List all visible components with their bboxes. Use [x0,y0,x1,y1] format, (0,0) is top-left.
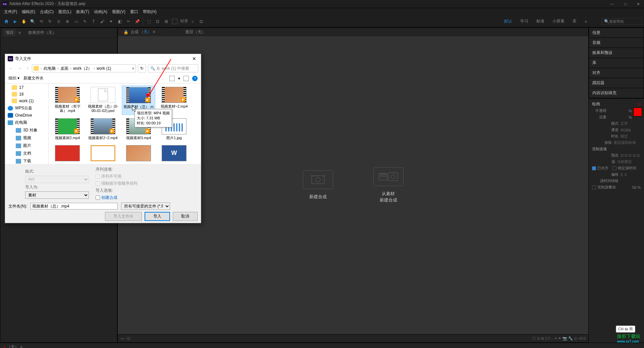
crumb-work2[interactable]: work（2） [73,66,92,71]
workspace-library[interactable]: 库 [573,18,577,24]
file-item[interactable] [51,144,84,164]
sidebar-item[interactable]: 下载 [5,157,48,164]
comp-tab-label[interactable]: 合成 （无） ≡ [130,29,155,35]
from-footage-card[interactable]: 从素材新建合成 [373,167,404,203]
extra-tool-3[interactable]: ⊞ [162,17,171,26]
roto-tool[interactable]: ✂ [124,17,133,26]
extra-tool-2[interactable]: ⊡ [153,17,162,26]
clonediff-checkbox[interactable] [592,185,596,189]
project-tab[interactable]: 项目 [3,29,16,36]
workspace-standard[interactable]: 标准 [536,18,544,24]
cancel-button[interactable]: 取消 [173,212,198,221]
panel-info[interactable]: 信息 [589,28,644,38]
sidebar-item[interactable]: OneDrive [5,112,48,119]
timeline-tab[interactable]: （无） [7,344,19,348]
dialog-search[interactable]: 🔍 在 work (1) 中搜索 [148,64,198,72]
sidebar-item[interactable]: 图片 [5,142,48,150]
menu-edit[interactable]: 编辑(E) [20,8,37,15]
maximize-button[interactable]: □ [622,2,629,6]
panel-audio[interactable]: 音频 [589,38,644,48]
mode-value[interactable]: 正常 [621,121,641,126]
locksrc-checkbox[interactable] [612,166,616,170]
extra-tool-1[interactable]: ⬚ [145,17,153,26]
erase-value[interactable]: 图层源和绘画 [614,140,641,145]
panel-effects[interactable]: 效果和预设 [589,48,644,58]
nav-up[interactable]: ↑ [25,65,30,71]
selection-tool[interactable]: ▶ [11,17,19,26]
paint-title[interactable]: 绘画 [592,101,600,107]
file-list[interactable]: 项目类型: MP4 视频 大小: 7.31 MB 时长: 00:00:19 视频… [49,83,201,164]
panel-content-aware[interactable]: 内容识别填充 [589,88,644,98]
dialog-close-button[interactable]: ✕ [190,56,198,61]
minimize-button[interactable]: — [608,2,616,6]
nav-forward[interactable]: → [16,65,23,71]
color-swatch[interactable] [633,108,642,116]
snap-edge-icon[interactable]: ⊡ [197,17,206,26]
file-item[interactable]: 视频素材2.mp4 [51,117,84,141]
import-as-select[interactable]: 素材 [25,191,89,199]
lock-icon[interactable]: 🔒 [123,30,128,35]
new-folder-button[interactable]: 新建文件夹 [23,75,44,81]
workspace-default[interactable]: 默认 [504,18,512,24]
sidebar-item[interactable]: 此电脑 [5,119,48,126]
snap-checkbox[interactable] [172,19,177,24]
sidebar-item[interactable]: 3D 对象 [5,126,48,134]
source-value[interactable]: 当前图层 [617,159,641,164]
menu-file[interactable]: 文件(F) [2,8,19,15]
import-button[interactable]: 导入 [145,212,170,221]
filename-input[interactable] [31,203,118,210]
menu-animation[interactable]: 动画(A) [92,8,109,15]
file-filter-select[interactable]: 所有可接受的文件 (*.fla;*.prpr [121,202,170,210]
comp-zoom[interactable]: ▭ ▫ ⊡ [120,336,130,341]
help-search-input[interactable] [609,19,639,23]
workspace-small[interactable]: 小屏幕 [552,18,565,24]
sidebar-item[interactable]: WPS云盘 [5,104,48,112]
brush-tool[interactable]: 🖌 [98,17,107,26]
sidebar-item[interactable]: 视频 [5,134,48,142]
workspace-learn[interactable]: 学习 [520,18,528,24]
preview-icon[interactable] [183,76,189,81]
project-tab-menu[interactable]: ≡ [18,31,21,35]
sidebar-item[interactable]: 文档 [5,150,48,157]
sidebar-item[interactable]: work (1) [5,98,48,104]
text-tool[interactable]: T [89,17,98,26]
file-item[interactable]: W [157,144,191,164]
close-button[interactable]: ✕ [635,2,642,6]
offset-value[interactable]: 0, 0 [621,173,641,177]
file-item[interactable]: 视频素材2~2.mp4 [86,117,120,141]
import-folder-button[interactable]: 导入文件夹 [105,212,142,221]
menu-layer[interactable]: 图层(L) [56,8,73,15]
create-comp-checkbox[interactable] [96,195,100,200]
panel-library[interactable]: 库 [589,58,644,68]
home-tool[interactable] [2,17,11,26]
effects-tab[interactable]: 效果控件（无） [28,30,56,36]
panel-align[interactable]: 对齐 [589,68,644,78]
file-item[interactable]: 视频素材（有字幕）.mp4 [51,85,84,115]
help-search[interactable]: 🔍 [602,18,642,25]
clonediff-value[interactable]: 50 % [632,185,641,189]
camera-tool[interactable]: ⊙ [54,17,63,26]
workspace-more[interactable]: » [585,19,587,24]
zoom-tool[interactable]: 🔍 [28,17,37,26]
rect-tool[interactable]: ▭ [72,17,80,26]
anchor-tool[interactable]: ⊕ [63,17,72,26]
crumb-work1[interactable]: work (1) [97,66,111,71]
duration-value[interactable]: 固定 [621,134,641,139]
nav-back[interactable]: ← [8,65,14,71]
channel-value[interactable]: RGBA [621,128,641,132]
sidebar-item[interactable]: 18 [5,91,48,98]
aligned-checkbox[interactable] [592,166,596,170]
organize-button[interactable]: 组织 ▾ [8,75,19,81]
refresh-button[interactable]: ↻ [138,64,146,72]
rotate-tool[interactable]: ↻ [46,17,54,26]
crumb-desktop[interactable]: 桌面 [60,66,68,71]
breadcrumb[interactable]: › 此电脑 › 桌面 › work（2） › work (1) ▾ [32,64,136,72]
puppet-tool[interactable]: 📌 [133,17,142,26]
panel-tracker[interactable]: 跟踪器 [589,78,644,88]
help-icon[interactable]: ? [192,76,198,81]
sidebar-item[interactable]: 17 [5,84,48,91]
file-item[interactable] [122,144,155,164]
crumb-pc[interactable]: 此电脑 [44,66,56,71]
menu-window[interactable]: 窗口 [128,8,140,15]
clone-tool[interactable]: ✦ [107,17,115,26]
